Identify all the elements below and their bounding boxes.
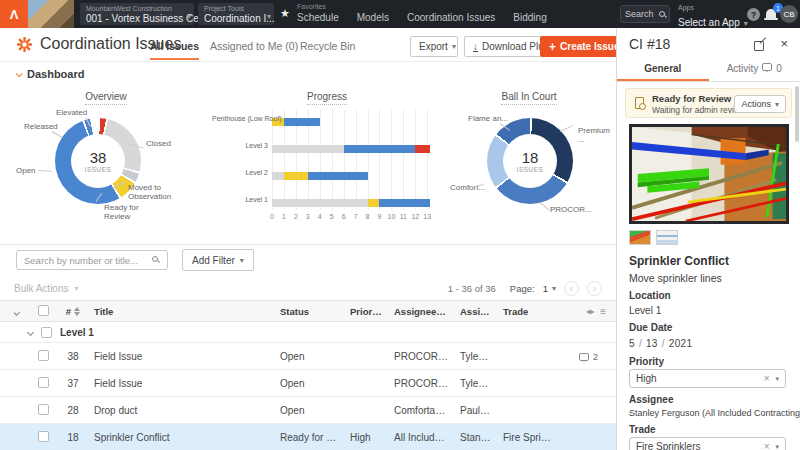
procore-logo-icon[interactable]: Λ — [0, 0, 28, 28]
actions-button[interactable]: Actions▾ — [734, 95, 786, 113]
segment-label-premium: Premium ... — [578, 126, 616, 144]
company-project-selector[interactable]: MountainWest Construction 001 - Vortex B… — [80, 3, 194, 25]
table-row-37[interactable]: 37Field IssueOpenPROCORE Te...Tyler F... — [0, 370, 616, 397]
collapse-all-icon[interactable] — [14, 308, 20, 315]
chevron-down-icon: ▾ — [775, 100, 779, 109]
due-month-field[interactable]: 5 — [629, 338, 635, 349]
column-header-assignee-company[interactable]: Assignee Company — [388, 306, 454, 317]
bulk-actions-button[interactable]: Bulk Actions▾ — [14, 283, 79, 294]
tab-activity[interactable]: Activity0 — [709, 58, 800, 81]
column-header-assignee[interactable]: Assignee — [454, 306, 497, 317]
apps-selector[interactable]: Apps Select an App▾ — [678, 3, 748, 30]
leader-line — [560, 125, 573, 132]
chevron-down-icon[interactable] — [27, 328, 34, 335]
segment-label-moved-to-observation: Moved to Observation — [128, 183, 171, 201]
add-filter-button[interactable]: Add Filter▾ — [182, 249, 254, 271]
cell-assignee: Tyler F... — [454, 378, 497, 389]
column-header-number[interactable]: # — [58, 306, 88, 317]
due-year-field[interactable]: 2021 — [669, 338, 692, 349]
cell-assignee-company: PROCORE Te... — [388, 378, 454, 389]
column-resize-icon[interactable]: ◂▸ — [586, 307, 594, 316]
company-selector-value: 001 - Vortex Business Cen... — [86, 13, 180, 24]
cell-title[interactable]: Drop duct — [88, 405, 274, 416]
trade-select[interactable]: Fire Sprinklers ×▾ — [629, 437, 786, 450]
bar-category-label: Level 1 — [212, 196, 268, 203]
cell-title[interactable]: Sprinkler Conflict — [88, 432, 274, 443]
next-page-button[interactable]: › — [587, 281, 602, 296]
chevron-down-icon: ▾ — [744, 19, 748, 28]
cell-title[interactable]: Field Issue — [88, 351, 274, 362]
nav-item-bidding[interactable]: Bidding — [513, 12, 546, 23]
progress-plot: 012345678910111213 — [272, 110, 432, 210]
column-header-trade[interactable]: Trade — [497, 306, 561, 317]
snapshot-thumbnail-1[interactable] — [629, 230, 651, 245]
export-button[interactable]: Export▾ — [410, 36, 458, 57]
priority-value: High — [636, 373, 764, 384]
due-date-value[interactable]: 5/13/2021 — [629, 338, 692, 349]
progress-bar-level-1 — [272, 199, 432, 207]
group-checkbox[interactable] — [41, 327, 52, 338]
x-tick-label: 10 — [387, 213, 395, 220]
table-row-38[interactable]: 38Field IssueOpenPROCORE Te...Tyler F...… — [0, 343, 616, 370]
select-all-checkbox[interactable] — [38, 305, 49, 316]
page-value: 1 — [543, 283, 548, 294]
close-icon[interactable]: × — [780, 36, 788, 51]
group-row-level-1[interactable]: Level 1 — [0, 322, 616, 343]
bar-segment-open — [284, 118, 320, 126]
row-checkbox[interactable] — [38, 431, 49, 442]
favorite-star-icon[interactable]: ★ — [280, 7, 290, 20]
nav-item-coordination-issues[interactable]: Coordination Issues — [407, 12, 495, 23]
sort-icon[interactable] — [74, 307, 80, 316]
cell-comments[interactable]: 2 — [561, 351, 616, 362]
x-tick-label: 7 — [354, 213, 358, 220]
bim-snapshot-image[interactable] — [629, 124, 789, 224]
priority-select[interactable]: High ×▾ — [629, 369, 786, 388]
column-header-status[interactable]: Status — [274, 306, 344, 317]
search-input[interactable] — [16, 250, 168, 270]
banner-subtitle: Waiting for admin review. — [652, 105, 747, 115]
tool-selector-label: Project Tools — [204, 4, 260, 13]
bar-segment-open — [379, 199, 429, 207]
open-in-new-icon[interactable] — [754, 41, 764, 51]
activity-count: 0 — [776, 63, 782, 74]
clear-icon[interactable]: × — [764, 373, 770, 384]
user-avatar[interactable]: CB — [780, 5, 798, 23]
add-filter-label: Add Filter — [192, 255, 235, 266]
global-search-button[interactable]: Search — [620, 5, 670, 23]
x-tick-label: 4 — [318, 213, 322, 220]
nav-item-schedule[interactable]: Schedule — [297, 12, 339, 23]
search-icon — [152, 256, 158, 262]
chevron-down-icon: ▾ — [240, 256, 244, 265]
snapshot-thumbnail-2[interactable] — [656, 230, 678, 245]
column-header-title[interactable]: Title — [88, 306, 274, 317]
page-select[interactable]: 1▾ — [543, 283, 556, 294]
column-header-priority[interactable]: Priority — [344, 306, 388, 317]
issue-title: Sprinkler Conflict — [629, 254, 729, 268]
cell-title[interactable]: Field Issue — [88, 378, 274, 389]
row-checkbox[interactable] — [38, 350, 49, 361]
row-checkbox[interactable] — [38, 404, 49, 415]
x-tick-label: 13 — [423, 213, 431, 220]
dashboard-section-toggle[interactable]: Dashboard — [16, 68, 84, 80]
tab-general[interactable]: General — [617, 58, 709, 81]
chevron-down-icon: ▾ — [775, 443, 779, 450]
row-checkbox[interactable] — [38, 377, 49, 388]
table-row-18[interactable]: 18Sprinkler ConflictReady for ReviewHigh… — [0, 424, 616, 450]
notifications-bell-icon[interactable]: 1 — [766, 9, 776, 18]
trade-label: Trade — [629, 424, 656, 435]
cell-number: 18 — [58, 432, 88, 443]
table-row-28[interactable]: 28Drop ductOpenComfortable ...Paul Bl... — [0, 397, 616, 424]
due-day-field[interactable]: 13 — [646, 338, 658, 349]
help-icon[interactable]: ? — [747, 8, 760, 21]
tab-assigned-to-me[interactable]: Assigned to Me (0) — [210, 40, 298, 52]
detail-scrollbar[interactable] — [795, 86, 799, 142]
tab-all-issues[interactable]: All Issues — [150, 40, 199, 60]
divider — [0, 244, 616, 245]
tab-recycle-bin[interactable]: Recycle Bin — [300, 40, 355, 52]
nav-item-models[interactable]: Models — [357, 12, 389, 23]
chevron-down-icon: ▾ — [187, 12, 191, 21]
project-tools-selector[interactable]: Project Tools Coordination I... ▾ — [198, 3, 274, 25]
prev-page-button[interactable]: ‹ — [564, 281, 579, 296]
column-settings-icon[interactable]: ≡ — [600, 306, 606, 317]
clear-icon[interactable]: × — [764, 441, 770, 450]
